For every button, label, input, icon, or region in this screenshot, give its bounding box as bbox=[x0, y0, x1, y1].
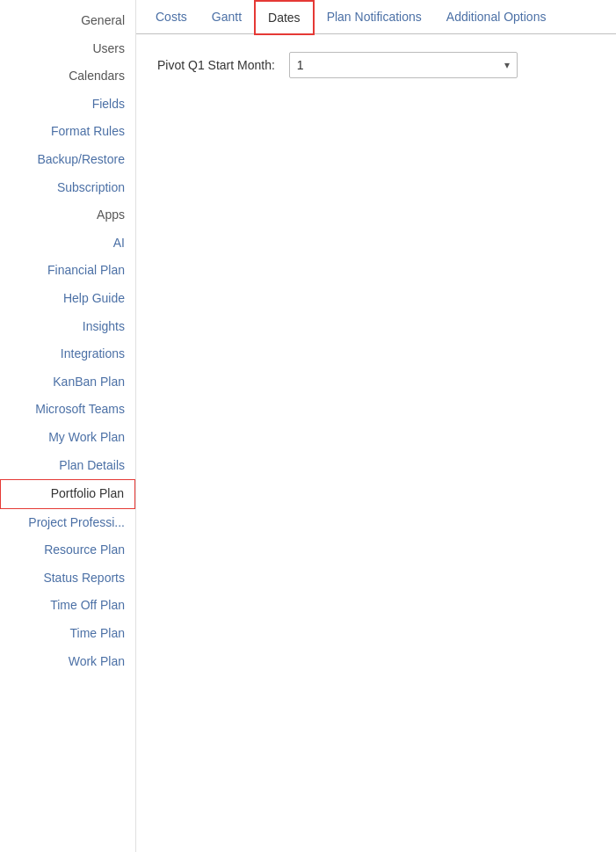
sidebar-item-general[interactable]: General bbox=[0, 7, 135, 35]
sidebar-item-calendars[interactable]: Calendars bbox=[0, 62, 135, 91]
sidebar-item-time-plan[interactable]: Time Plan bbox=[0, 620, 135, 648]
sidebar: GeneralUsersCalendarsFieldsFormat RulesB… bbox=[0, 0, 136, 852]
tab-costs[interactable]: Costs bbox=[143, 1, 199, 33]
sidebar-item-integrations[interactable]: Integrations bbox=[0, 340, 135, 368]
sidebar-item-financial-plan[interactable]: Financial Plan bbox=[0, 257, 135, 285]
sidebar-item-kanban-plan[interactable]: KanBan Plan bbox=[0, 368, 135, 397]
sidebar-item-backup-restore[interactable]: Backup/Restore bbox=[0, 146, 135, 174]
content-area: Pivot Q1 Start Month: 123456789101112 ▾ bbox=[136, 34, 616, 110]
tab-bar: CostsGanttDatesPlan NotificationsAdditio… bbox=[136, 0, 616, 34]
sidebar-item-project-professi[interactable]: Project Professi... bbox=[0, 509, 135, 537]
pivot-q1-row: Pivot Q1 Start Month: 123456789101112 ▾ bbox=[157, 52, 595, 78]
sidebar-item-work-plan[interactable]: Work Plan bbox=[0, 648, 135, 676]
sidebar-item-apps[interactable]: Apps bbox=[0, 201, 135, 229]
sidebar-item-ai[interactable]: AI bbox=[0, 229, 135, 258]
sidebar-item-time-off-plan[interactable]: Time Off Plan bbox=[0, 592, 135, 620]
main-content: CostsGanttDatesPlan NotificationsAdditio… bbox=[136, 0, 616, 852]
sidebar-item-users[interactable]: Users bbox=[0, 35, 135, 63]
pivot-q1-select-wrapper[interactable]: 123456789101112 ▾ bbox=[289, 52, 518, 78]
sidebar-item-insights[interactable]: Insights bbox=[0, 313, 135, 341]
pivot-q1-select[interactable]: 123456789101112 bbox=[290, 58, 517, 72]
sidebar-item-microsoft-teams[interactable]: Microsoft Teams bbox=[0, 396, 135, 424]
sidebar-item-format-rules[interactable]: Format Rules bbox=[0, 118, 135, 146]
sidebar-item-help-guide[interactable]: Help Guide bbox=[0, 285, 135, 313]
sidebar-item-plan-details[interactable]: Plan Details bbox=[0, 452, 135, 480]
pivot-q1-label: Pivot Q1 Start Month: bbox=[157, 58, 275, 72]
sidebar-item-resource-plan[interactable]: Resource Plan bbox=[0, 536, 135, 564]
tab-dates[interactable]: Dates bbox=[254, 0, 315, 35]
sidebar-item-subscription[interactable]: Subscription bbox=[0, 174, 135, 202]
tab-additional-options[interactable]: Additional Options bbox=[434, 1, 559, 33]
sidebar-item-fields[interactable]: Fields bbox=[0, 91, 135, 119]
sidebar-item-status-reports[interactable]: Status Reports bbox=[0, 564, 135, 593]
sidebar-item-portfolio-plan[interactable]: Portfolio Plan bbox=[0, 479, 135, 509]
tab-plan-notifications[interactable]: Plan Notifications bbox=[315, 1, 434, 33]
tab-gantt[interactable]: Gantt bbox=[199, 1, 254, 33]
sidebar-item-my-work-plan[interactable]: My Work Plan bbox=[0, 424, 135, 452]
